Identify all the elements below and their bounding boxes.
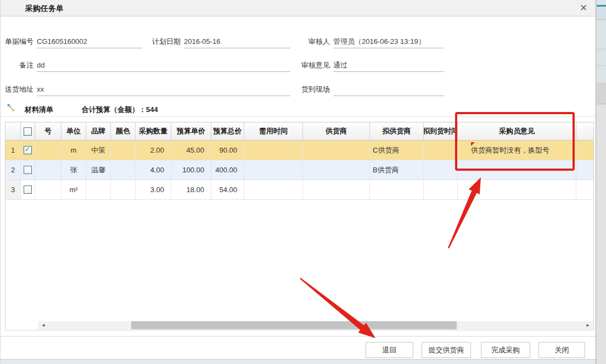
cell-need-time <box>244 180 303 199</box>
row-checkbox-unchecked[interactable] <box>24 186 32 194</box>
close-icon[interactable]: ✕ <box>577 2 590 15</box>
close-button[interactable]: 关闭 <box>538 342 585 358</box>
header-proposed-arrival[interactable]: 拟到货时间 <box>424 122 458 140</box>
select-all-checkbox[interactable] <box>24 127 32 136</box>
background-block <box>597 83 606 104</box>
cell-unit-price: 45.00 <box>171 141 211 160</box>
doc-no-input[interactable]: CG1605160002 <box>37 35 142 48</box>
doc-no-label: 单据编号 <box>1 37 33 47</box>
row-checkbox-cell <box>21 160 35 180</box>
check-icon: ✓ <box>25 145 31 153</box>
cell-unit-price: 18.00 <box>171 180 211 199</box>
cell-buyer-opinion <box>458 180 576 199</box>
row-number: 1 <box>5 141 21 160</box>
horizontal-scrollbar[interactable]: ◄ ► <box>38 321 593 329</box>
table-row[interactable]: 2 张 温馨 4.00 100.00 400.00 B供货商 <box>5 160 593 180</box>
cell-proposed-supplier <box>370 180 424 199</box>
auditor-input[interactable]: 管理员（2016-06-23 13:19） <box>333 35 444 48</box>
arrival-site-input[interactable] <box>333 82 444 96</box>
section-title: 材料清单 <box>25 105 53 115</box>
material-list-section-header: ↖ ↘ 材料清单 合计预算（金额）：544 <box>1 104 596 117</box>
header-select-all <box>21 122 35 140</box>
cell-unit: m <box>61 141 86 160</box>
footer-divider <box>1 336 596 337</box>
header-filler <box>576 122 593 140</box>
scroll-right-icon[interactable]: ► <box>584 321 592 329</box>
background-block <box>597 7 606 20</box>
background-block <box>597 104 606 364</box>
auditor-label: 审核人 <box>291 37 330 47</box>
table-row[interactable]: 1 ✓ m 中策 2.00 45.00 90.00 C供货商 供货商暂时没有，换… <box>5 141 593 160</box>
cell-color <box>111 141 136 160</box>
header-model[interactable]: 号 <box>35 122 61 140</box>
audit-opinion-label: 审核意见 <box>291 60 330 70</box>
table-header-row: 号 单位 品牌 颜色 采购数量 预算单价 预算总价 需用时间 供货商 拟供货商 … <box>5 122 593 141</box>
cell-qty: 2.00 <box>136 141 171 160</box>
table-row[interactable]: 3 m² 3.00 18.00 54.00 <box>5 180 593 200</box>
row-checkbox-unchecked[interactable] <box>24 166 32 174</box>
scroll-left-icon[interactable]: ◄ <box>40 321 47 329</box>
dialog-bottom-strip <box>1 359 596 364</box>
background-block <box>597 66 606 83</box>
cell-model <box>35 160 61 180</box>
comment-marker-icon <box>471 142 475 146</box>
cell-buyer-opinion: 供货商暂时没有，换型号 <box>458 141 576 160</box>
header-brand[interactable]: 品牌 <box>86 122 111 140</box>
plan-date-label: 计划日期 <box>144 37 181 47</box>
cell-need-time <box>244 141 303 160</box>
cell-unit: m² <box>61 180 86 199</box>
submit-supplier-button[interactable]: 提交供货商 <box>422 342 471 358</box>
background-block <box>597 20 606 49</box>
header-color[interactable]: 颜色 <box>111 122 136 140</box>
header-supplier[interactable]: 供货商 <box>303 122 370 140</box>
row-checkbox-checked[interactable]: ✓ <box>24 146 32 154</box>
scrollbar-thumb[interactable] <box>131 321 457 329</box>
background-app-strip <box>597 0 606 364</box>
cell-color <box>111 180 136 199</box>
cell-unit-price: 100.00 <box>171 160 211 180</box>
header-rownum <box>5 122 21 140</box>
cell-proposed-supplier: C供货商 <box>370 141 424 160</box>
cell-total-price: 54.00 <box>211 180 244 199</box>
cell-supplier <box>303 160 370 180</box>
complete-purchase-button[interactable]: 完成采购 <box>481 342 530 358</box>
cell-unit: 张 <box>61 160 86 180</box>
cell-filler <box>576 141 593 160</box>
cell-filler <box>576 160 593 180</box>
background-block <box>597 0 606 5</box>
header-need-time[interactable]: 需用时间 <box>244 122 303 140</box>
remark-input[interactable]: dd <box>37 58 290 72</box>
expand-arrows-icon[interactable]: ↖ ↘ <box>7 105 16 114</box>
row-checkbox-cell: ✓ <box>21 141 35 160</box>
cell-supplier <box>303 180 370 199</box>
header-buyer-opinion[interactable]: 采购员意见 <box>458 122 576 140</box>
cell-proposed-arrival <box>424 180 458 199</box>
header-unit-price[interactable]: 预算单价 <box>171 122 211 140</box>
header-proposed-supplier[interactable]: 拟供货商 <box>370 122 424 140</box>
cell-proposed-supplier: B供货商 <box>370 160 424 180</box>
header-total-price[interactable]: 预算总价 <box>211 122 244 140</box>
delivery-address-label: 送货地址 <box>1 85 33 94</box>
delivery-address-input[interactable]: xx <box>37 82 290 96</box>
return-button[interactable]: 退回 <box>366 342 413 358</box>
cell-total-price: 90.00 <box>211 141 244 160</box>
header-qty[interactable]: 采购数量 <box>136 122 171 140</box>
material-table: 号 单位 品牌 颜色 采购数量 预算单价 预算总价 需用时间 供货商 拟供货商 … <box>5 122 594 331</box>
background-block <box>597 49 606 66</box>
buyer-opinion-text: 供货商暂时没有，换型号 <box>471 145 549 155</box>
cell-brand <box>86 180 111 199</box>
arrow-se-icon: ↘ <box>10 106 15 113</box>
header-unit[interactable]: 单位 <box>61 122 86 140</box>
dialog-titlebar: 采购任务单 ✕ <box>1 0 596 16</box>
cell-brand: 中策 <box>86 141 111 160</box>
cell-proposed-arrival <box>424 141 458 160</box>
audit-opinion-input[interactable]: 通过 <box>333 58 444 72</box>
plan-date-input[interactable]: 2016-05-16 <box>184 35 290 48</box>
cell-model <box>35 141 61 160</box>
cell-proposed-arrival <box>424 160 458 180</box>
cell-supplier <box>303 141 370 160</box>
cell-need-time <box>244 160 303 180</box>
cell-filler <box>576 180 593 199</box>
cell-buyer-opinion <box>458 160 576 180</box>
cell-model <box>35 180 61 199</box>
